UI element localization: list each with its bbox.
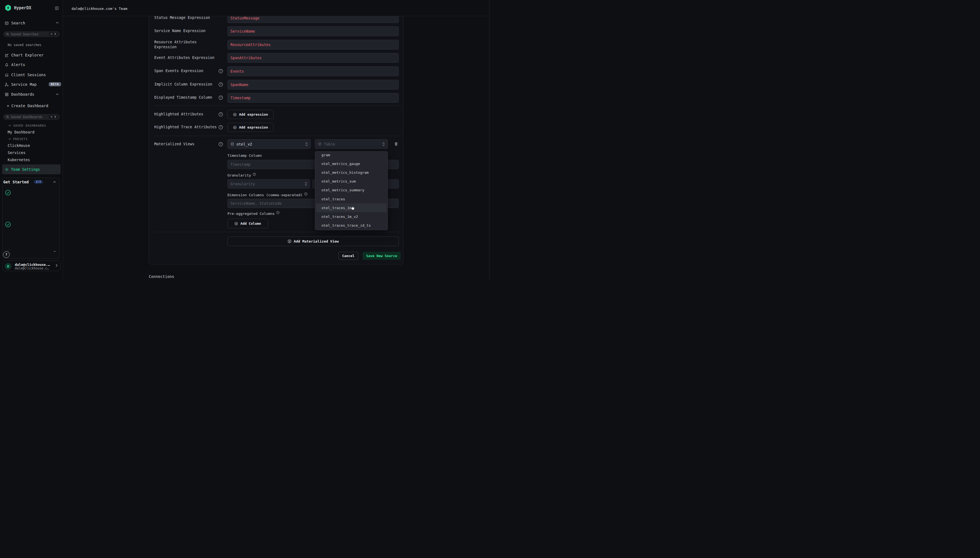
event-attributes-input[interactable] — [228, 53, 399, 63]
sidebar-item-kubernetes[interactable]: Kubernetes — [8, 158, 30, 162]
search-chevron-up-icon[interactable] — [56, 22, 59, 24]
chart-explorer-icon — [5, 53, 9, 57]
add-expression-button[interactable]: Add expression — [228, 123, 274, 132]
get-started-chevron-up-icon[interactable] — [53, 181, 56, 183]
search-icon — [6, 33, 9, 36]
database-icon — [231, 142, 234, 146]
dropdown-option[interactable]: otel_metrics_sum — [315, 177, 387, 186]
dashboards-icon — [5, 92, 9, 97]
help-circle-icon[interactable]: ? — [218, 112, 223, 117]
chevron-right-icon — [56, 264, 57, 267]
info-circle-icon[interactable]: ? — [253, 173, 256, 176]
sidebar: HyperDX Search — [0, 0, 63, 279]
user-name: dale@clickhouse.… — [15, 263, 50, 267]
sidebar-item-label: Dashboards — [11, 92, 34, 97]
plus-icon: + — [7, 103, 9, 108]
svg-text:?: ? — [220, 70, 221, 73]
user-email: dale@clickhouse.c… — [15, 266, 49, 270]
dropdown-option[interactable]: otel_metrics_summary — [315, 186, 387, 195]
svg-text:?: ? — [277, 212, 279, 214]
help-circle-icon[interactable]: ? — [218, 82, 223, 87]
chevron-down-icon — [8, 125, 11, 126]
plus-circle-icon — [287, 239, 292, 243]
service-name-input[interactable] — [228, 26, 399, 36]
materialized-table-select[interactable]: Table — [315, 139, 388, 149]
displayed-timestamp-input[interactable] — [228, 93, 399, 103]
table-icon — [318, 142, 322, 146]
field-label-materialized-views: Materialized Views — [154, 142, 220, 147]
divider — [154, 136, 401, 136]
gear-icon — [5, 167, 9, 172]
help-circle-icon[interactable]: ? — [218, 125, 223, 130]
sidebar-item-search[interactable]: Search — [5, 21, 25, 26]
sidebar-item-label: Chart Explorer — [11, 53, 44, 57]
mouse-cursor — [350, 205, 355, 210]
add-materialized-view-button[interactable]: Add Materialized View — [228, 236, 399, 246]
search-section-icon — [5, 21, 9, 25]
field-label-implicit-column: Implicit Column Expression — [154, 82, 220, 87]
plus-circle-icon — [234, 222, 238, 226]
dropdown-option[interactable]: otel_traces_1m_v2 — [315, 212, 387, 221]
saved-dashboards-input[interactable]: Saved Dashboards ⌘ K — [3, 114, 60, 120]
collapse-sidebar-icon[interactable] — [55, 7, 59, 10]
sidebar-item-service-map[interactable]: Service Map — [5, 82, 37, 87]
hyperdx-logo-icon — [5, 4, 11, 11]
add-expression-button[interactable]: Add expression — [228, 110, 274, 119]
connections-section-title: Connections — [149, 274, 174, 279]
materialized-table-placeholder: Table — [324, 142, 335, 146]
dimension-columns-label: Dimension Columns (comma-separated) ? — [228, 193, 308, 197]
sidebar-item-alerts[interactable]: Alerts — [5, 62, 25, 67]
field-label-event-attributes: Event Attributes Expression — [154, 55, 220, 60]
help-circle-icon[interactable]: ? — [218, 142, 223, 147]
plus-circle-icon — [233, 126, 237, 130]
save-new-source-button[interactable]: Save New Source — [362, 252, 401, 260]
dropdown-option[interactable]: otel_metrics_histogram — [315, 168, 387, 177]
resource-attributes-input[interactable] — [228, 40, 399, 49]
search-icon — [6, 115, 9, 118]
plus-circle-icon — [233, 113, 237, 117]
page-header: dale@clickhouse.com's Team — [63, 0, 490, 16]
cancel-button[interactable]: Cancel — [338, 252, 358, 260]
implicit-column-input[interactable] — [228, 80, 399, 90]
preaggregated-columns-label: Pre-aggregated Columns ? — [228, 212, 280, 216]
materialized-view-select[interactable]: otel_v2 — [228, 139, 311, 149]
laptop-icon — [5, 73, 9, 77]
granularity-select[interactable]: Granularity — [228, 179, 310, 189]
saved-searches-placeholder: Saved Searches — [11, 32, 49, 36]
help-button[interactable]: ? — [3, 251, 10, 258]
dashboards-chevron-up-icon[interactable] — [56, 94, 59, 95]
page-title: dale@clickhouse.com's Team — [72, 7, 128, 11]
info-circle-icon[interactable]: ? — [304, 192, 308, 196]
sidebar-item-services[interactable]: Services — [8, 151, 26, 155]
table-select-dropdown: gram otel_metrics_gauge otel_metrics_his… — [315, 151, 388, 230]
field-label-span-events: Span Events Expression — [154, 69, 220, 74]
brand-title: HyperDX — [14, 5, 31, 10]
saved-searches-input[interactable]: Saved Searches ⌘ K — [3, 31, 60, 37]
page-scrollbar[interactable] — [489, 0, 490, 279]
svg-text:?: ? — [254, 173, 255, 176]
sidebar-item-dashboards[interactable]: Dashboards — [5, 92, 34, 97]
chevron-down-icon — [8, 138, 11, 140]
task-arrow-icon[interactable]: → — [53, 249, 56, 253]
sidebar-item-clickhouse[interactable]: ClickHouse — [8, 143, 30, 148]
dropdown-option[interactable]: otel_traces — [315, 195, 387, 204]
sidebar-item-my-dashboard[interactable]: My Dashboard — [8, 130, 34, 134]
saved-dashboards-group-header[interactable]: SAVED DASHBOARDS — [8, 124, 46, 127]
dropdown-option[interactable]: otel_traces_trace_id_ts — [315, 221, 387, 230]
sidebar-item-client-sessions[interactable]: Client Sessions — [5, 72, 46, 77]
get-started-progress-badge: 2/3 — [34, 180, 43, 184]
sidebar-item-chart-explorer[interactable]: Chart Explorer — [5, 53, 44, 57]
no-saved-searches-text: No saved searches — [8, 43, 41, 47]
presets-group-header[interactable]: PRESETS — [8, 137, 28, 141]
add-column-button[interactable]: Add Column — [228, 219, 268, 228]
dropdown-option[interactable]: gram — [315, 151, 387, 159]
app-root: HyperDX Search — [0, 0, 490, 279]
sidebar-item-team-settings[interactable]: Team Settings — [2, 164, 61, 174]
create-dashboard-button[interactable]: + Create Dashboard — [7, 103, 48, 108]
info-circle-icon[interactable]: ? — [276, 211, 280, 214]
help-circle-icon[interactable]: ? — [218, 69, 223, 74]
help-circle-icon[interactable]: ? — [218, 95, 223, 100]
span-events-input[interactable] — [228, 66, 399, 76]
dropdown-option[interactable]: otel_metrics_gauge — [315, 159, 387, 168]
trash-icon[interactable] — [394, 142, 398, 146]
